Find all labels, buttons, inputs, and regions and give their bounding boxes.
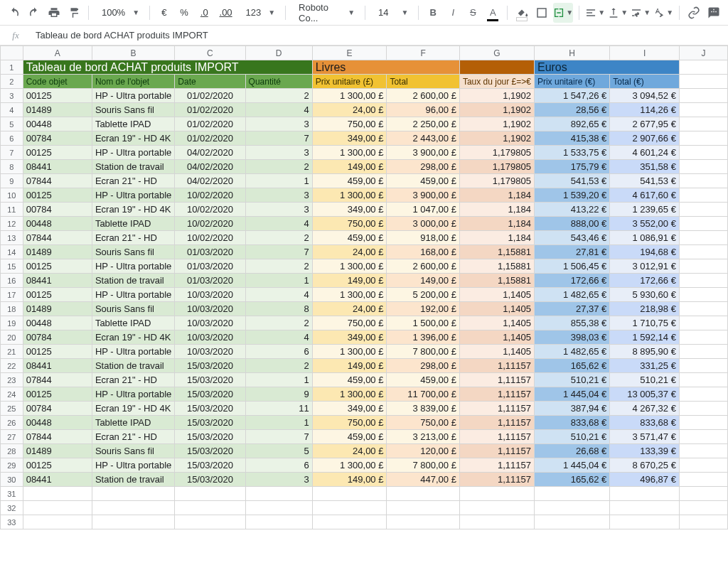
cell-taux[interactable]: 1,179805: [459, 146, 534, 160]
cell-prix-livres[interactable]: 1 300,00 £: [312, 89, 387, 103]
row-header[interactable]: 17: [1, 288, 23, 302]
cell-total-livres[interactable]: 298,00 £: [387, 160, 459, 174]
title-livres[interactable]: Livres: [312, 60, 459, 75]
format-currency-button[interactable]: €: [156, 3, 173, 23]
cell-total-livres[interactable]: 7 800,00 £: [387, 458, 459, 473]
cell[interactable]: [245, 487, 312, 501]
row-header[interactable]: 10: [1, 188, 23, 203]
cell-qte[interactable]: 4: [245, 103, 312, 117]
cell[interactable]: [679, 245, 727, 259]
cell-date[interactable]: 10/02/2020: [175, 217, 245, 231]
cell-qte[interactable]: 2: [245, 231, 312, 245]
cell[interactable]: [679, 444, 727, 458]
cell-prix-euros[interactable]: 510,21 €: [534, 430, 609, 444]
hdr-code[interactable]: Code objet: [23, 75, 92, 89]
cell-total-livres[interactable]: 3 213,00 £: [387, 430, 459, 444]
cell-date[interactable]: 01/03/2020: [175, 245, 245, 259]
cell-qte[interactable]: 3: [245, 473, 312, 487]
cell-prix-euros[interactable]: 1 547,26 €: [534, 89, 609, 103]
cell-date[interactable]: 10/02/2020: [175, 203, 245, 217]
cell-taux[interactable]: 1,15881: [459, 245, 534, 259]
cell-prix-euros[interactable]: 541,53 €: [534, 174, 609, 188]
cell-prix-livres[interactable]: 349,00 £: [312, 330, 387, 345]
cell-prix-livres[interactable]: 1 300,00 £: [312, 146, 387, 160]
row-header[interactable]: 3: [1, 89, 23, 103]
cell-date[interactable]: 15/03/2020: [175, 416, 245, 430]
cell-prix-euros[interactable]: 28,56 €: [534, 103, 609, 117]
cell-total-livres[interactable]: 168,00 £: [387, 245, 459, 259]
cell-nom[interactable]: Ecran 19" - HD 4K: [92, 131, 174, 146]
cell-date[interactable]: 04/02/2020: [175, 174, 245, 188]
cell-prix-euros[interactable]: 1 482,65 €: [534, 288, 609, 302]
text-rotation-button[interactable]: ▼: [653, 3, 673, 23]
cell-total-euros[interactable]: 8 670,25 €: [610, 458, 680, 473]
cell[interactable]: [679, 217, 727, 231]
cell-qte[interactable]: 3: [245, 146, 312, 160]
cell-prix-euros[interactable]: 175,79 €: [534, 160, 609, 174]
cell-taux[interactable]: 1,1405: [459, 288, 534, 302]
cell[interactable]: [679, 359, 727, 373]
cell-date[interactable]: 04/02/2020: [175, 146, 245, 160]
cell-prix-euros[interactable]: 1 506,45 €: [534, 259, 609, 274]
cell-taux[interactable]: 1,1902: [459, 131, 534, 146]
cell-prix-euros[interactable]: 1 533,75 €: [534, 146, 609, 160]
cell-prix-livres[interactable]: 349,00 £: [312, 402, 387, 416]
insert-link-button[interactable]: [685, 3, 702, 23]
cell[interactable]: [679, 259, 727, 274]
cell-date[interactable]: 01/02/2020: [175, 131, 245, 146]
cell-total-euros[interactable]: 833,68 €: [610, 416, 680, 430]
cell-total-euros[interactable]: 3 012,91 €: [610, 259, 680, 274]
hdr-prix-e[interactable]: Prix unitaire (€): [534, 75, 609, 89]
cell-nom[interactable]: HP - Ultra portable: [92, 288, 174, 302]
hdr-date[interactable]: Date: [175, 75, 245, 89]
cell-nom[interactable]: Souris Sans fil: [92, 103, 174, 117]
cell-code[interactable]: 07844: [23, 373, 92, 387]
cell-prix-livres[interactable]: 24,00 £: [312, 245, 387, 259]
cell-total-euros[interactable]: 218,98 €: [610, 302, 680, 316]
cell-qte[interactable]: 9: [245, 387, 312, 402]
cell-total-euros[interactable]: 172,66 €: [610, 274, 680, 288]
cell-code[interactable]: 07844: [23, 174, 92, 188]
cell-qte[interactable]: 7: [245, 131, 312, 146]
cell[interactable]: [679, 89, 727, 103]
cell[interactable]: [679, 430, 727, 444]
row-header[interactable]: 9: [1, 174, 23, 188]
cell-prix-euros[interactable]: 27,81 €: [534, 245, 609, 259]
cell-taux[interactable]: 1,11157: [459, 430, 534, 444]
row-header[interactable]: 14: [1, 245, 23, 259]
cell-total-euros[interactable]: 194,68 €: [610, 245, 680, 259]
cell[interactable]: [679, 316, 727, 330]
cell-qte[interactable]: 7: [245, 430, 312, 444]
cell-nom[interactable]: Tablette IPAD: [92, 117, 174, 131]
cell-prix-livres[interactable]: 24,00 £: [312, 444, 387, 458]
cell[interactable]: [387, 515, 459, 529]
cell-total-euros[interactable]: 1 239,65 €: [610, 203, 680, 217]
cell[interactable]: [534, 501, 609, 515]
cell-qte[interactable]: 1: [245, 274, 312, 288]
row-header[interactable]: 23: [1, 373, 23, 387]
cell[interactable]: [459, 515, 534, 529]
cell-total-euros[interactable]: 3 571,47 €: [610, 430, 680, 444]
cell-date[interactable]: 01/03/2020: [175, 274, 245, 288]
cell-date[interactable]: 10/02/2020: [175, 231, 245, 245]
paint-format-button[interactable]: [65, 3, 82, 23]
cell[interactable]: [679, 402, 727, 416]
title-main[interactable]: Tableau de bord ACHAT produits IMPORT: [23, 60, 312, 75]
cell-total-euros[interactable]: 2 907,66 €: [610, 131, 680, 146]
cell-prix-euros[interactable]: 892,65 €: [534, 117, 609, 131]
cell-taux[interactable]: 1,11157: [459, 387, 534, 402]
hdr-taux[interactable]: Taux du jour £=>€: [459, 75, 534, 89]
cell-date[interactable]: 01/02/2020: [175, 89, 245, 103]
cell-total-euros[interactable]: 4 267,32 €: [610, 402, 680, 416]
cell[interactable]: [679, 473, 727, 487]
cell-prix-livres[interactable]: 149,00 £: [312, 473, 387, 487]
col-header[interactable]: F: [387, 46, 459, 60]
cell-date[interactable]: 15/03/2020: [175, 444, 245, 458]
cell-prix-euros[interactable]: 165,62 €: [534, 473, 609, 487]
cell-taux[interactable]: 1,11157: [459, 444, 534, 458]
vertical-align-button[interactable]: ▼: [608, 3, 628, 23]
cell-taux[interactable]: 1,15881: [459, 274, 534, 288]
col-header[interactable]: E: [312, 46, 387, 60]
cell-total-livres[interactable]: 192,00 £: [387, 302, 459, 316]
cell-prix-euros[interactable]: 387,94 €: [534, 402, 609, 416]
